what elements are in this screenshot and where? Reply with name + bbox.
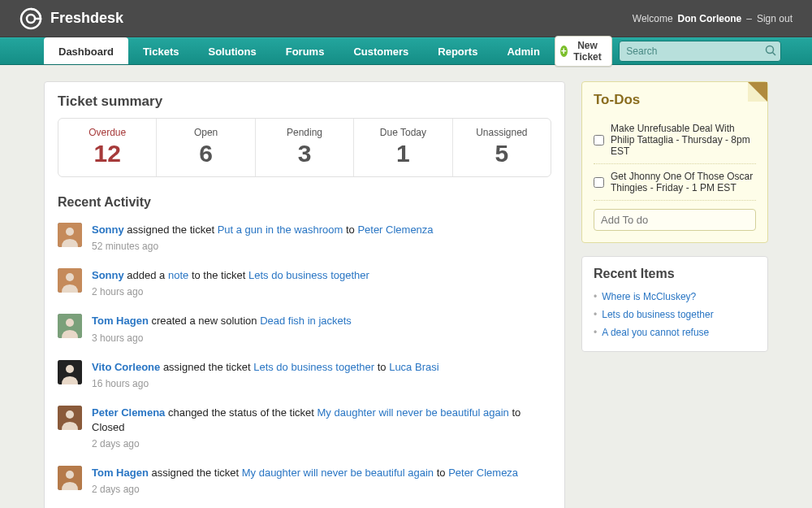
summary-due-today[interactable]: Due Today1 xyxy=(354,119,452,176)
svg-point-13 xyxy=(66,410,74,419)
activity-item: Sonny added a note to the ticket Lets do… xyxy=(58,260,551,306)
activity-text: Peter Clemena changed the status of the … xyxy=(92,406,551,435)
activity-actor-link[interactable]: Tom Hagen xyxy=(92,315,149,327)
todo-item: Make Unrefusable Deal With Philip Tattag… xyxy=(594,116,756,164)
recent-items-panel: Recent Items Where is McCluskey?Lets do … xyxy=(581,256,768,352)
activity-object-link[interactable]: note xyxy=(168,269,188,281)
activity-time: 2 days ago xyxy=(92,484,551,495)
activity-target-link[interactable]: Peter Clemenza xyxy=(357,224,433,236)
recent-item-link[interactable]: Where is McCluskey? xyxy=(602,291,696,302)
summary-label: Open xyxy=(160,127,251,138)
activity-actor-link[interactable]: Sonny xyxy=(92,224,124,236)
todo-text: Get Jhonny One Of Those Oscar Thingies -… xyxy=(611,171,756,193)
user-menu: Welcome Don Corleone – Sign out xyxy=(633,13,793,24)
corner-fold-icon xyxy=(748,82,767,102)
activity-text: Tom Hagen assigned the ticket My daughte… xyxy=(92,466,551,480)
svg-point-9 xyxy=(66,319,74,327)
activity-text: Vito Corleone assigned the ticket Lets d… xyxy=(92,360,551,375)
activity-target-link[interactable]: Peter Clemeza xyxy=(448,467,518,479)
activity-text: Sonny assigned the ticket Put a gun in t… xyxy=(92,223,551,237)
current-user[interactable]: Don Corleone xyxy=(678,13,742,24)
summary-value: 5 xyxy=(456,140,547,167)
plus-icon: + xyxy=(560,46,568,57)
svg-line-3 xyxy=(773,53,776,56)
summary-pending[interactable]: Pending3 xyxy=(256,119,354,176)
separator: – xyxy=(746,13,752,24)
activity-object-link[interactable]: Put a gun in the washroom xyxy=(218,224,343,236)
avatar[interactable] xyxy=(58,268,82,293)
activity-text: Sonny added a note to the ticket Lets do… xyxy=(92,268,551,283)
new-ticket-label: New Ticket xyxy=(572,40,604,63)
activity-item: Peter Clemena changed the status of the … xyxy=(58,397,551,458)
nav-tab-dashboard[interactable]: Dashboard xyxy=(44,37,128,64)
activity-time: 3 hours ago xyxy=(92,332,551,344)
avatar[interactable] xyxy=(58,360,82,384)
summary-label: Due Today xyxy=(357,127,448,138)
ticket-summary-title: Ticket summary xyxy=(45,82,564,118)
recent-activity-title: Recent Activity xyxy=(45,190,564,215)
todo-text: Make Unrefusable Deal With Philip Tattag… xyxy=(611,123,756,157)
new-ticket-button[interactable]: + New Ticket xyxy=(555,36,612,67)
brand-name: Freshdesk xyxy=(50,10,123,27)
activity-object-link[interactable]: Lets do business together xyxy=(253,361,374,373)
activity-text: Tom Hagen created a new solution Dead fi… xyxy=(92,314,551,328)
todos-title: To-Dos xyxy=(594,92,756,108)
activity-item: Sonny assigned the ticket Put a gun in t… xyxy=(58,215,551,260)
nav-tab-reports[interactable]: Reports xyxy=(423,38,492,64)
brand-logo[interactable]: Freshdesk xyxy=(19,7,123,30)
activity-time: 16 hours ago xyxy=(92,378,551,389)
recent-item[interactable]: Lets do business together xyxy=(594,306,756,323)
activity-object-link[interactable]: My daughter will never be beautiful agai… xyxy=(317,406,509,419)
activity-actor-link[interactable]: Sonny xyxy=(92,269,124,281)
recent-items-title: Recent Items xyxy=(594,267,756,281)
nav-tab-customers[interactable]: Customers xyxy=(339,38,423,64)
sign-out-link[interactable]: Sign out xyxy=(757,13,793,24)
summary-value: 1 xyxy=(357,140,448,167)
avatar[interactable] xyxy=(58,314,82,338)
recent-item[interactable]: Where is McCluskey? xyxy=(594,288,756,306)
summary-value: 3 xyxy=(259,140,350,167)
ticket-summary-panel: Ticket summary Overdue12Open6Pending3Due… xyxy=(44,81,565,508)
activity-object-link[interactable]: Dead fish in jackets xyxy=(260,315,352,327)
activity-actor-link[interactable]: Peter Clemena xyxy=(92,406,165,419)
summary-label: Unassigned xyxy=(456,127,547,138)
todo-checkbox[interactable] xyxy=(594,172,604,193)
nav-tab-forums[interactable]: Forums xyxy=(271,38,339,64)
summary-value: 6 xyxy=(160,140,251,167)
recent-item-link[interactable]: A deal you cannot refuse xyxy=(602,327,709,338)
summary-label: Overdue xyxy=(62,127,153,138)
svg-point-11 xyxy=(66,365,74,373)
todos-panel: To-Dos Make Unrefusable Deal With Philip… xyxy=(581,81,768,243)
main-nav: DashboardTicketsSolutionsForumsCustomers… xyxy=(0,37,812,65)
todo-checkbox[interactable] xyxy=(594,124,604,157)
nav-tab-tickets[interactable]: Tickets xyxy=(128,38,194,64)
activity-item: Solozzo submitted a new ticket Lets do b… xyxy=(58,503,551,508)
search-input[interactable] xyxy=(619,41,781,62)
avatar[interactable] xyxy=(58,406,82,430)
activity-actor-link[interactable]: Tom Hagen xyxy=(92,467,149,479)
summary-overdue[interactable]: Overdue12 xyxy=(58,119,157,176)
activity-item: Tom Hagen assigned the ticket My daughte… xyxy=(58,458,551,503)
activity-actor-link[interactable]: Vito Corleone xyxy=(92,361,160,373)
activity-item: Vito Corleone assigned the ticket Lets d… xyxy=(58,352,551,397)
activity-target-link[interactable]: Lets do business together xyxy=(248,269,369,281)
nav-tab-solutions[interactable]: Solutions xyxy=(193,38,270,64)
summary-unassigned[interactable]: Unassigned5 xyxy=(453,119,551,176)
svg-point-15 xyxy=(66,471,74,479)
recent-item[interactable]: A deal you cannot refuse xyxy=(594,323,756,341)
activity-time: 2 days ago xyxy=(92,438,551,449)
activity-time: 52 minutes ago xyxy=(92,241,551,252)
avatar[interactable] xyxy=(58,466,82,490)
activity-target-link[interactable]: Luca Brasi xyxy=(389,361,438,373)
svg-point-5 xyxy=(66,228,74,236)
summary-open[interactable]: Open6 xyxy=(157,119,255,176)
activity-object-link[interactable]: My daughter will never be beautiful agai… xyxy=(242,467,434,479)
add-todo-input[interactable] xyxy=(594,209,756,231)
avatar[interactable] xyxy=(58,223,82,247)
search-icon xyxy=(765,45,776,59)
welcome-label: Welcome xyxy=(633,13,673,24)
nav-tab-admin[interactable]: Admin xyxy=(492,38,554,64)
todo-item: Get Jhonny One Of Those Oscar Thingies -… xyxy=(594,164,756,201)
recent-item-link[interactable]: Lets do business together xyxy=(602,309,713,320)
svg-point-2 xyxy=(767,46,774,54)
